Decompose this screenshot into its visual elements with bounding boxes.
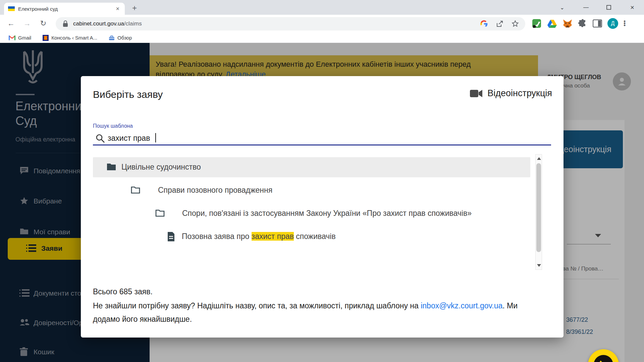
scroll-up-icon[interactable] bbox=[537, 157, 541, 160]
modal-title: Виберіть заяву bbox=[93, 89, 163, 100]
modal-video-instruction-button[interactable]: Відеоінструкція bbox=[470, 88, 552, 99]
maximize-icon bbox=[606, 5, 611, 10]
tree-node-label: Позовна заява про захист прав споживачів bbox=[182, 232, 336, 241]
console-smart-icon bbox=[43, 35, 49, 41]
bookmark-label: Gmail bbox=[18, 35, 31, 41]
forward-icon[interactable]: → bbox=[22, 19, 32, 28]
page-content: Електронний Суд Офіційна електронна Пові… bbox=[0, 43, 644, 362]
share-icon[interactable] bbox=[496, 20, 504, 28]
google-drive-icon[interactable] bbox=[547, 19, 557, 28]
browser-tab[interactable]: Електронний суд × bbox=[4, 3, 125, 15]
app: Електронний суд × + ⌄ — × ← → ↻ cabinet.… bbox=[0, 0, 644, 362]
lock-icon bbox=[62, 20, 68, 27]
search-underline bbox=[93, 144, 551, 145]
search-icon bbox=[96, 134, 105, 143]
phone-icon bbox=[598, 360, 608, 362]
new-tab-button[interactable]: + bbox=[132, 4, 137, 12]
extensions-puzzle-icon[interactable] bbox=[578, 19, 587, 28]
window-minimize-button[interactable]: — bbox=[578, 2, 594, 13]
back-icon[interactable]: ← bbox=[6, 19, 16, 28]
tree-node-consumer-disputes[interactable]: Спори, пов'язані із застосуванням Закону… bbox=[93, 203, 530, 224]
briefcase-icon bbox=[109, 35, 115, 41]
scrollbar-thumb[interactable] bbox=[536, 163, 541, 252]
tree-node-claims-proceedings[interactable]: Справи позовного провадження bbox=[93, 180, 530, 200]
select-claim-modal: Виберіть заяву Відеоінструкція Пошук шаб… bbox=[81, 76, 564, 338]
browser-menu-icon[interactable]: ••• bbox=[624, 20, 626, 26]
tree-node-label: Цивільне судочинство bbox=[121, 163, 201, 172]
reload-icon[interactable]: ↻ bbox=[38, 19, 48, 28]
ukraine-flag-favicon bbox=[8, 6, 15, 11]
text-cursor bbox=[155, 133, 156, 142]
tree-node-label: Спори, пов'язані із застосуванням Закону… bbox=[182, 209, 472, 218]
label-post: споживачів bbox=[294, 232, 336, 241]
folder-outline-icon bbox=[130, 186, 141, 194]
tab-close-icon[interactable]: × bbox=[114, 5, 121, 12]
tree-node-civil[interactable]: Цивільне судочинство bbox=[93, 157, 530, 177]
label-pre: Позовна заява про bbox=[182, 232, 252, 241]
address-bar[interactable]: cabinet.court.gov.ua/claims bbox=[56, 17, 525, 31]
bookmark-label: Обзор bbox=[117, 35, 132, 41]
template-tree: Цивільне судочинство Справи позовного пр… bbox=[93, 153, 551, 270]
list-scrollbar[interactable] bbox=[535, 154, 542, 270]
browser-titlebar: Електронний суд × + ⌄ — × bbox=[0, 0, 644, 15]
bookmark-obzor[interactable]: Обзор bbox=[109, 35, 132, 41]
search-highlight: захист прав bbox=[252, 232, 294, 241]
gmail-icon bbox=[9, 35, 15, 41]
extensions-row: Д ••• bbox=[532, 18, 626, 29]
folder-outline-icon bbox=[155, 209, 165, 218]
support-email-link[interactable]: inbox@vkz.court.gov.ua bbox=[421, 301, 502, 310]
window-maximize-button[interactable] bbox=[601, 2, 616, 13]
metamask-fox-icon[interactable] bbox=[562, 19, 573, 28]
window-close-button[interactable]: × bbox=[625, 2, 640, 13]
bookmark-gmail[interactable]: Gmail bbox=[9, 35, 31, 41]
modal-video-label: Відеоінструкція bbox=[487, 88, 552, 99]
help-before: Не знайшли потрібну заяву? Надішліть наз… bbox=[93, 301, 421, 310]
cast-extension-icon[interactable] bbox=[532, 18, 542, 28]
browser-profile-avatar[interactable]: Д bbox=[607, 18, 618, 29]
bookmark-star-icon[interactable] bbox=[511, 20, 519, 28]
total-count-text: Всього 685 заяв. bbox=[93, 287, 153, 296]
tree-node-claim-template[interactable]: Позовна заява про захист прав споживачів bbox=[93, 227, 530, 247]
url-text: cabinet.court.gov.ua/claims bbox=[73, 20, 142, 27]
tree-node-label: Справи позовного провадження bbox=[158, 186, 272, 195]
browser-toolbar: ← → ↻ cabinet.court.gov.ua/claims bbox=[0, 15, 644, 33]
video-camera-icon bbox=[470, 89, 483, 98]
side-panel-icon[interactable] bbox=[593, 19, 602, 27]
phone-fab-inner bbox=[594, 355, 613, 362]
bookmark-label: Консоль ‹ Smart A... bbox=[51, 35, 97, 41]
tab-title: Електронний суд bbox=[18, 6, 114, 12]
search-input[interactable]: захист прав bbox=[108, 134, 150, 143]
bookmark-console-smart[interactable]: Консоль ‹ Smart A... bbox=[43, 35, 97, 41]
help-text-line2: додамо його якнайшвидше. bbox=[93, 315, 192, 324]
tab-search-chevron-icon[interactable]: ⌄ bbox=[554, 2, 570, 13]
folder-filled-icon bbox=[106, 163, 116, 171]
help-text-line1: Не знайшли потрібну заяву? Надішліть наз… bbox=[93, 301, 518, 310]
search-label: Пошук шаблона bbox=[93, 123, 133, 129]
document-icon bbox=[167, 232, 175, 241]
scroll-down-icon[interactable] bbox=[537, 264, 541, 267]
bookmarks-bar: Gmail Консоль ‹ Smart A... Обзор bbox=[0, 33, 644, 43]
google-g-icon[interactable] bbox=[480, 19, 488, 28]
help-after: . Ми bbox=[502, 301, 518, 310]
